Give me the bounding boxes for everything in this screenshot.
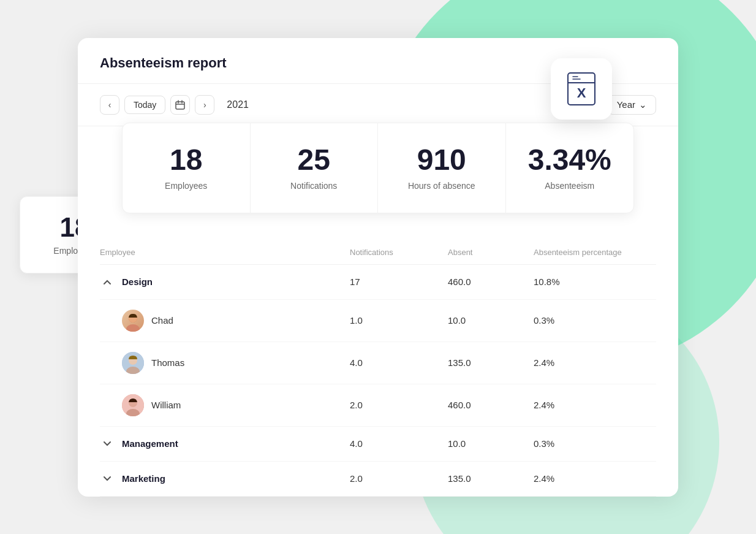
notifications-cell: 4.0 — [350, 438, 448, 449]
absent-cell: 10.0 — [448, 438, 534, 449]
svg-text:X: X — [577, 85, 586, 101]
excel-icon: X — [564, 72, 599, 106]
table-row: Chad 1.0 10.0 0.3% — [100, 300, 656, 342]
notifications-cell: 2.0 — [350, 400, 448, 410]
stat-number-absenteeism: 3.34% — [521, 145, 619, 175]
col-header-notifications: Notifications — [350, 248, 448, 257]
year-selector[interactable]: Year ⌄ — [608, 95, 656, 115]
year-label: Year — [617, 99, 635, 110]
chevron-down-icon — [104, 476, 111, 481]
stat-label-hours: Hours of absence — [393, 181, 491, 191]
absenteeism-cell: 2.4% — [534, 400, 656, 410]
chevron-up-icon — [104, 280, 111, 284]
notifications-cell: 4.0 — [350, 357, 448, 368]
col-header-absenteeism: Absenteeism percentage — [534, 248, 656, 257]
group-name: Management — [122, 438, 178, 449]
notifications-cell: 1.0 — [350, 315, 448, 326]
table-row: Marketing 2.0 135.0 2.4% — [100, 462, 656, 497]
stats-grid: 18 Employees 25 Notifications 910 Hours … — [122, 123, 634, 213]
absent-cell: 135.0 — [448, 357, 534, 368]
employee-cell: Design — [100, 275, 350, 289]
employee-cell: William — [100, 394, 350, 416]
absenteeism-cell: 2.4% — [534, 473, 656, 484]
col-header-absent: Absent — [448, 248, 534, 257]
stat-employees: 18 Employees — [123, 123, 251, 213]
stat-label-employees: Employees — [137, 181, 235, 191]
avatar-william-svg — [122, 394, 144, 416]
avatar — [122, 310, 144, 332]
absent-cell: 10.0 — [448, 315, 534, 326]
stat-absenteeism: 3.34% Absenteeism — [506, 123, 634, 213]
stat-label-absenteeism: Absenteeism — [521, 181, 619, 191]
absenteeism-cell: 0.3% — [534, 315, 656, 326]
stat-label-notifications: Notifications — [265, 181, 363, 191]
employee-name: Thomas — [151, 357, 184, 368]
absent-cell: 460.0 — [448, 400, 534, 410]
next-button[interactable]: › — [195, 95, 214, 115]
expand-button[interactable] — [100, 471, 115, 486]
avatar — [122, 352, 144, 374]
svg-point-10 — [126, 324, 140, 332]
calendar-icon — [175, 100, 185, 110]
col-header-employee: Employee — [100, 248, 350, 257]
employee-cell: Management — [100, 437, 350, 451]
stat-notifications: 25 Notifications — [251, 123, 379, 213]
prev-button[interactable]: ‹ — [100, 95, 119, 115]
table-row: Management 4.0 10.0 0.3% — [100, 427, 656, 462]
employee-name: Chad — [151, 315, 173, 326]
absent-cell: 135.0 — [448, 473, 534, 484]
chevron-down-icon — [104, 441, 111, 446]
employee-cell: Thomas — [100, 352, 350, 374]
table-row: William 2.0 460.0 2.4% — [100, 384, 656, 427]
table-header: Employee Notifications Absent Absenteeis… — [100, 240, 656, 265]
stat-hours: 910 Hours of absence — [378, 123, 506, 213]
dropdown-chevron-icon: ⌄ — [639, 99, 647, 110]
avatar-thomas-svg — [122, 352, 144, 374]
chevron-left-icon: ‹ — [108, 100, 112, 110]
employee-cell: Marketing — [100, 471, 350, 486]
year-display: 2021 — [227, 99, 602, 110]
expand-button[interactable] — [100, 437, 115, 451]
notifications-cell: 17 — [350, 277, 448, 287]
svg-rect-5 — [176, 102, 184, 109]
employee-cell: Chad — [100, 310, 350, 332]
notifications-cell: 2.0 — [350, 473, 448, 484]
calendar-button[interactable] — [170, 95, 190, 115]
expand-button[interactable] — [100, 275, 115, 289]
excel-export-card[interactable]: X — [551, 58, 612, 120]
group-name: Design — [122, 277, 153, 287]
employee-name: William — [151, 400, 181, 410]
employees-table: Employee Notifications Absent Absenteeis… — [78, 240, 678, 497]
absent-cell: 460.0 — [448, 277, 534, 287]
today-button[interactable]: Today — [124, 96, 165, 114]
chevron-right-icon: › — [203, 100, 206, 110]
absenteeism-cell: 2.4% — [534, 357, 656, 368]
stat-number-employees: 18 — [137, 145, 235, 175]
stat-number-hours: 910 — [393, 145, 491, 175]
avatar — [122, 394, 144, 416]
absenteeism-cell: 10.8% — [534, 277, 656, 287]
stat-number-notifications: 25 — [265, 145, 363, 175]
table-row: Design 17 460.0 10.8% — [100, 265, 656, 300]
table-row: Thomas 4.0 135.0 2.4% — [100, 342, 656, 384]
avatar-chad-svg — [122, 310, 144, 332]
absenteeism-cell: 0.3% — [534, 438, 656, 449]
page-title: Absenteeism report — [100, 55, 227, 71]
group-name: Marketing — [122, 473, 165, 484]
